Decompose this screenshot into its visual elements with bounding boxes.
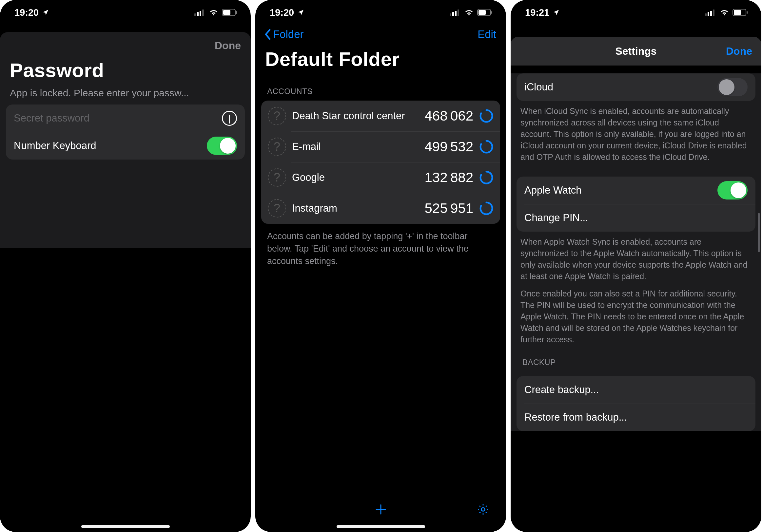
svg-rect-27 [710, 11, 712, 16]
scroll-indicator[interactable] [758, 213, 760, 252]
battery-icon [732, 9, 748, 16]
account-row[interactable]: ? Death Star control center 468 062 [261, 100, 500, 131]
icloud-footer: When iCloud Sync is enabled, accounts ar… [511, 101, 761, 172]
settings-icon[interactable] [477, 503, 490, 516]
edit-button[interactable]: Edit [478, 28, 496, 40]
svg-rect-12 [479, 10, 486, 15]
restore-backup-cell[interactable]: Restore from backup... [516, 404, 755, 431]
wifi-icon [209, 9, 219, 16]
status-bar: 19:20 [0, 4, 251, 21]
svg-rect-8 [452, 12, 454, 16]
change-pin-label: Change PIN... [524, 212, 748, 224]
svg-rect-0 [194, 13, 196, 16]
change-pin-cell[interactable]: Change PIN... [516, 204, 755, 232]
number-keyboard-label: Number Keyboard [14, 140, 207, 152]
password-sheet: Done Password App is locked. Please ente… [0, 32, 251, 248]
settings-nav: Settings Done [511, 37, 761, 66]
back-button[interactable]: Folder [264, 28, 304, 40]
create-backup-label: Create backup... [524, 384, 748, 396]
account-row[interactable]: ? E-mail 499 532 [261, 131, 500, 162]
icloud-label: iCloud [524, 81, 718, 93]
account-placeholder-icon: ? [268, 168, 286, 187]
onepassword-icon[interactable]: | [222, 111, 237, 126]
countdown-icon [479, 109, 494, 123]
account-row[interactable]: ? Instagram 525 951 [261, 193, 500, 224]
back-label: Folder [273, 28, 304, 40]
status-time: 19:21 [525, 7, 549, 18]
icloud-cell[interactable]: iCloud [516, 73, 755, 101]
number-keyboard-cell[interactable]: Number Keyboard [6, 132, 245, 160]
watch-footer-1: When Apple Watch Sync is enabled, accoun… [511, 232, 761, 288]
location-icon [553, 9, 560, 16]
location-icon [297, 9, 304, 16]
password-cell[interactable]: | [6, 104, 245, 132]
page-title: Default Folder [255, 48, 506, 74]
password-group: | Number Keyboard [6, 104, 245, 160]
watch-footer-2: Once enabled you can also set a PIN for … [511, 288, 761, 355]
accounts-header: ACCOUNTS [255, 74, 506, 100]
chevron-left-icon [264, 29, 272, 40]
account-name: Instagram [292, 202, 419, 214]
add-icon[interactable] [374, 503, 387, 516]
svg-rect-3 [202, 10, 204, 16]
countdown-icon [479, 140, 494, 154]
cellular-icon [705, 9, 716, 16]
accounts-footer: Accounts can be added by tapping '+' in … [255, 224, 506, 274]
svg-rect-5 [223, 10, 230, 15]
account-placeholder-icon: ? [268, 107, 286, 125]
location-icon [42, 9, 49, 16]
cellular-icon [450, 9, 461, 16]
status-bar: 19:21 [511, 4, 761, 21]
accounts-group: ? Death Star control center 468 062 ? E-… [261, 100, 500, 224]
svg-rect-10 [458, 10, 459, 16]
apple-watch-toggle[interactable] [718, 181, 748, 200]
svg-rect-7 [450, 13, 451, 16]
account-name: Death Star control center [292, 110, 419, 122]
create-backup-cell[interactable]: Create backup... [516, 376, 755, 404]
settings-body: iCloud When iCloud Sync is enabled, acco… [511, 73, 761, 431]
screen-settings: 19:21 Settings Done iCloud When iCloud S… [511, 0, 761, 532]
svg-rect-28 [713, 10, 715, 16]
done-button[interactable]: Done [726, 45, 752, 57]
done-button[interactable]: Done [215, 40, 241, 52]
restore-backup-label: Restore from backup... [524, 412, 748, 423]
wifi-icon [720, 9, 729, 16]
password-input[interactable] [14, 112, 222, 124]
countdown-icon [479, 201, 494, 216]
home-indicator[interactable] [81, 525, 170, 528]
number-keyboard-toggle[interactable] [207, 137, 237, 155]
status-bar: 19:20 [255, 4, 506, 21]
icloud-toggle[interactable] [718, 78, 748, 96]
page-title: Password [0, 59, 251, 86]
battery-icon [477, 9, 493, 16]
watch-group: Apple Watch Change PIN... [516, 176, 755, 232]
account-placeholder-icon: ? [268, 199, 286, 218]
screen-password: 19:20 Done Password App is locked. Pleas… [0, 0, 251, 532]
svg-rect-2 [199, 11, 201, 16]
icloud-group: iCloud [516, 73, 755, 101]
svg-point-24 [482, 508, 485, 511]
account-row[interactable]: ? Google 132 882 [261, 162, 500, 193]
svg-rect-31 [747, 11, 748, 14]
account-code: 132 882 [424, 170, 473, 185]
svg-rect-6 [236, 11, 237, 14]
backup-header: BACKUP [511, 355, 761, 371]
account-name: E-mail [292, 141, 419, 153]
wifi-icon [464, 9, 474, 16]
account-code: 525 951 [424, 200, 473, 216]
svg-rect-1 [197, 12, 198, 16]
battery-icon [222, 9, 238, 16]
countdown-icon [479, 170, 494, 185]
home-indicator[interactable] [337, 525, 425, 528]
status-time: 19:20 [270, 7, 294, 18]
svg-rect-9 [455, 11, 457, 16]
apple-watch-cell[interactable]: Apple Watch [516, 176, 755, 204]
svg-rect-26 [708, 12, 709, 16]
settings-title: Settings [615, 45, 656, 57]
nav-bar: Folder Edit [255, 21, 506, 48]
apple-watch-label: Apple Watch [524, 184, 718, 196]
account-code: 499 532 [424, 139, 473, 155]
svg-rect-25 [705, 13, 707, 16]
screen-folder: 19:20 Folder Edit Default Folder ACCOUNT… [255, 0, 506, 532]
svg-rect-30 [734, 10, 741, 15]
